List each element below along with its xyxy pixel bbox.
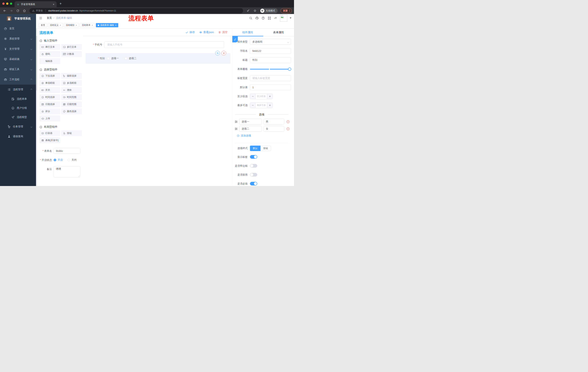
phone-input[interactable]: 请输入手机号: [105, 41, 224, 48]
slider-handle[interactable]: [288, 67, 291, 71]
checkbox-icon[interactable]: [125, 57, 127, 60]
status-off-radio[interactable]: [67, 159, 70, 161]
stepper-increase-button[interactable]: [267, 94, 272, 99]
palette-item[interactable]: 颜色选择: [61, 108, 82, 114]
sidebar-item[interactable]: 基础设施: [0, 54, 36, 64]
forward-icon[interactable]: [10, 9, 13, 12]
sidebar-fold-icon[interactable]: [39, 16, 42, 20]
status-on-radio[interactable]: [54, 159, 56, 161]
clear-button[interactable]: 清空: [218, 31, 228, 34]
sidebar-item[interactable]: 系统管理: [0, 34, 36, 44]
palette-scrollbar[interactable]: [36, 29, 37, 186]
field-name-input[interactable]: field122: [250, 48, 291, 54]
palette-item[interactable]: 单选框组: [40, 80, 60, 86]
toggle-switch[interactable]: [250, 164, 257, 168]
tag-view[interactable]: 流程模型 ×: [64, 23, 79, 27]
palette-item[interactable]: 时间范围: [61, 94, 82, 100]
tag-view[interactable]: 流程表单-编辑 ×: [96, 23, 118, 27]
home-icon[interactable]: [23, 9, 26, 12]
drag-handle-icon[interactable]: [234, 120, 238, 123]
palette-item[interactable]: 单行文本: [40, 44, 60, 50]
stepper-increase-button[interactable]: [267, 103, 272, 108]
chrome-update-button[interactable]: 更新: [281, 8, 292, 13]
sidebar-subitem[interactable]: 请假查询: [0, 132, 36, 141]
status-on-label[interactable]: 开启: [58, 158, 63, 162]
max-checked-input[interactable]: 最多可选: [255, 103, 267, 108]
tag-close-icon[interactable]: ×: [115, 24, 117, 26]
style-default-button[interactable]: 默认: [250, 146, 261, 151]
drag-handle-icon[interactable]: [234, 127, 238, 130]
palette-item[interactable]: 编辑器: [40, 58, 60, 64]
fullscreen-icon[interactable]: [268, 16, 271, 20]
palette-item[interactable]: 密码: [40, 51, 60, 57]
palette-item[interactable]: 日期选择: [40, 101, 60, 107]
label-width-input[interactable]: 请输入标签宽度: [250, 75, 291, 81]
tag-close-icon[interactable]: ×: [92, 24, 93, 26]
palette-item[interactable]: 行容器: [40, 130, 60, 136]
copy-widget-button[interactable]: [215, 51, 220, 55]
form-grid-slider[interactable]: [250, 66, 291, 72]
palette-item[interactable]: 级联选择: [61, 73, 82, 79]
tag-close-icon[interactable]: ×: [76, 24, 77, 26]
avatar-dropdown-caret-icon[interactable]: [290, 18, 292, 19]
option-value-input[interactable]: 女: [263, 126, 284, 132]
password-key-icon[interactable]: [247, 9, 250, 12]
save-button[interactable]: 保存: [185, 31, 195, 34]
bookmark-star-icon[interactable]: [253, 9, 257, 12]
tag-view[interactable]: 首页: [39, 23, 47, 27]
sidebar-subitem[interactable]: 任务管理: [0, 122, 36, 132]
remark-textarea[interactable]: 嘿嘿: [54, 166, 80, 177]
breadcrumb-home[interactable]: 首页: [47, 16, 52, 20]
tab-close-icon[interactable]: ×: [53, 3, 54, 6]
palette-item[interactable]: 日期范围: [61, 101, 82, 107]
gender-checkbox-option[interactable]: 选项一: [107, 57, 119, 60]
stepper-decrease-button[interactable]: [250, 94, 255, 99]
toggle-switch[interactable]: [250, 155, 257, 159]
remove-option-button[interactable]: [286, 120, 290, 124]
option-label-input[interactable]: 选项一: [239, 119, 262, 125]
sidebar-item[interactable]: 首页: [0, 23, 36, 34]
phone-field-row[interactable]: 手机号 请输入手机号: [83, 41, 232, 48]
reload-icon[interactable]: [16, 9, 20, 12]
browser-tab[interactable]: 芋道管理系统 ×: [15, 1, 57, 7]
palette-item[interactable]: 滑块: [61, 87, 82, 93]
gender-checkbox-option[interactable]: 选项二: [125, 57, 136, 60]
min-checked-input[interactable]: 至少应选: [255, 94, 267, 99]
remove-option-button[interactable]: [286, 127, 290, 131]
help-icon[interactable]: [262, 16, 265, 20]
stepper-decrease-button[interactable]: [250, 103, 255, 108]
palette-item[interactable]: 上传: [40, 116, 60, 121]
github-icon[interactable]: [255, 16, 259, 20]
status-off-label[interactable]: 关闭: [72, 158, 77, 162]
add-option-button[interactable]: 添加选项: [237, 134, 291, 138]
resize-handle-icon[interactable]: [78, 175, 80, 177]
palette-item[interactable]: 开关: [40, 87, 60, 93]
search-icon[interactable]: [249, 16, 252, 20]
palette-item[interactable]: 评分: [40, 108, 60, 114]
data-bind-badge[interactable]: [232, 36, 238, 43]
palette-item[interactable]: 多行文本: [61, 44, 82, 50]
palette-item[interactable]: 按钮: [61, 130, 82, 136]
palette-item[interactable]: 表格[开发中]: [40, 138, 60, 143]
toggle-switch[interactable]: [250, 182, 257, 185]
sidebar-subitem[interactable]: 流程表单: [0, 95, 36, 104]
title-input[interactable]: 性别: [250, 57, 291, 63]
address-bar[interactable]: 不安全 dashboard.yudao.iocoder.cn/bpm/manag…: [30, 8, 243, 13]
toggle-switch[interactable]: [250, 173, 257, 177]
delete-widget-button[interactable]: [221, 51, 226, 55]
sidebar-item[interactable]: 工作流程: [0, 74, 36, 85]
option-value-input[interactable]: 男: [263, 119, 284, 125]
option-label-input[interactable]: 选项二: [239, 126, 262, 132]
minimize-window-button[interactable]: [6, 2, 8, 5]
view-json-button[interactable]: 查看json: [199, 31, 214, 34]
sidebar-subitem[interactable]: 流程管理: [0, 85, 36, 95]
font-size-icon[interactable]: TT: [274, 16, 277, 20]
default-value-input[interactable]: 1: [250, 85, 291, 90]
close-window-button[interactable]: [2, 2, 5, 5]
tag-view[interactable]: 流程定义 ×: [48, 23, 63, 27]
back-icon[interactable]: [3, 9, 6, 12]
palette-item[interactable]: 时间选择: [40, 94, 60, 100]
form-name-input[interactable]: biubiu: [54, 148, 80, 154]
slider-track[interactable]: [250, 69, 291, 70]
palette-item[interactable]: 123 计数器: [61, 51, 82, 57]
